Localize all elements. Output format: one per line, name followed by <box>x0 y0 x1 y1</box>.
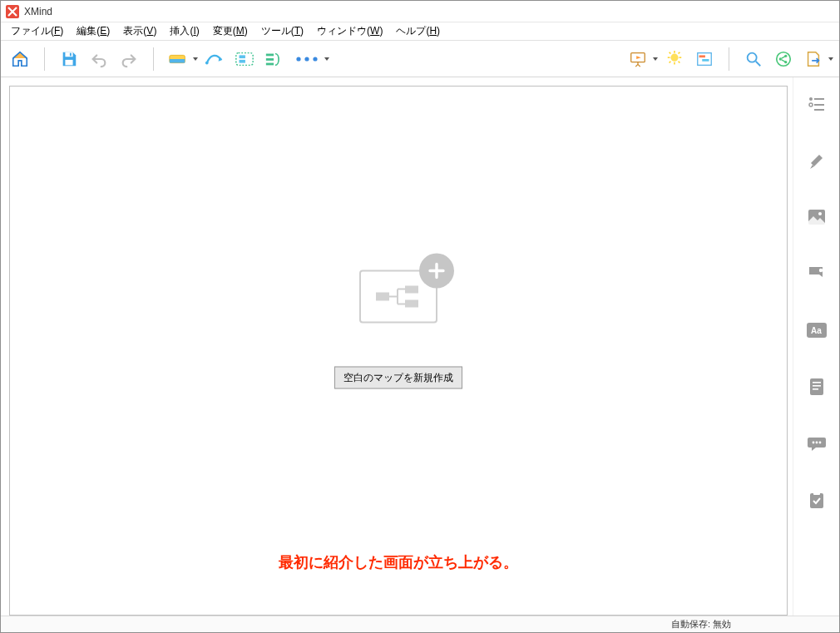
relationship-button[interactable] <box>200 45 229 73</box>
svg-rect-28 <box>702 59 709 62</box>
svg-line-25 <box>670 61 671 62</box>
toolbar <box>1 41 839 77</box>
svg-rect-47 <box>813 382 821 383</box>
svg-rect-41 <box>814 104 824 106</box>
more-button[interactable] <box>290 45 324 73</box>
annotation-text: 最初に紹介した画面が立ち上がる。 <box>279 552 518 572</box>
svg-rect-37 <box>405 300 418 308</box>
svg-rect-2 <box>65 59 72 64</box>
autosave-status: 自動保存: 無効 <box>671 618 731 631</box>
svg-rect-7 <box>236 52 253 65</box>
text-panel-button[interactable]: Aa <box>805 319 828 342</box>
svg-rect-42 <box>814 109 824 111</box>
summary-button[interactable] <box>260 45 289 73</box>
menu-insert[interactable]: 挿入(I) <box>163 22 205 40</box>
boundary-button[interactable] <box>230 45 259 73</box>
toolbar-separator <box>729 47 729 71</box>
topic-button[interactable] <box>164 45 192 73</box>
svg-point-17 <box>670 53 678 61</box>
plus-icon <box>419 254 454 289</box>
toolbar-separator <box>153 47 154 71</box>
window-title: XMind <box>24 6 52 17</box>
svg-rect-27 <box>699 55 705 57</box>
marker-panel-button[interactable] <box>805 262 828 285</box>
svg-line-22 <box>670 52 671 53</box>
svg-point-40 <box>809 103 813 106</box>
svg-point-51 <box>815 442 818 444</box>
right-panel: Aa <box>793 77 839 616</box>
svg-rect-54 <box>813 492 820 495</box>
svg-rect-48 <box>813 385 821 387</box>
menu-tools[interactable]: ツール(T) <box>254 22 310 40</box>
svg-rect-35 <box>376 293 389 301</box>
svg-line-30 <box>756 61 761 66</box>
svg-line-24 <box>679 52 680 53</box>
canvas-area[interactable]: 空白のマップを新規作成 最初に紹介した画面が立ち上がる。 <box>9 86 788 616</box>
svg-point-29 <box>748 52 757 62</box>
menu-bar: ファイル(F) 編集(E) 表示(V) 挿入(I) 変更(M) ツール(T) ウ… <box>1 22 839 41</box>
svg-point-6 <box>205 61 209 64</box>
svg-rect-39 <box>814 98 824 100</box>
search-button[interactable] <box>739 45 768 73</box>
svg-point-38 <box>809 97 813 101</box>
svg-point-52 <box>818 442 821 444</box>
new-map-icon <box>359 270 437 324</box>
outline-panel-button[interactable] <box>805 92 828 116</box>
presentation-button[interactable] <box>624 45 652 73</box>
menu-edit[interactable]: 編集(E) <box>70 22 116 40</box>
notes-panel-button[interactable] <box>805 375 828 398</box>
svg-rect-1 <box>65 52 72 57</box>
svg-point-15 <box>313 57 317 61</box>
status-bar: 自動保存: 無効 <box>1 616 839 632</box>
format-panel-button[interactable] <box>805 149 828 172</box>
svg-rect-49 <box>813 388 818 390</box>
svg-point-14 <box>304 57 309 61</box>
menu-file[interactable]: ファイル(F) <box>4 22 70 40</box>
svg-point-44 <box>818 212 822 215</box>
svg-point-45 <box>818 269 822 272</box>
svg-rect-10 <box>266 53 274 56</box>
menu-modify[interactable]: 変更(M) <box>206 22 254 40</box>
svg-rect-46 <box>810 378 823 395</box>
presentation-dropdown[interactable] <box>652 56 659 62</box>
svg-rect-3 <box>70 52 72 56</box>
menu-window[interactable]: ウィンドウ(W) <box>310 22 389 40</box>
svg-rect-5 <box>170 59 185 63</box>
svg-rect-11 <box>266 58 274 61</box>
svg-point-31 <box>777 52 791 66</box>
comments-panel-button[interactable] <box>805 432 828 455</box>
svg-point-13 <box>296 57 300 61</box>
svg-point-50 <box>812 442 814 444</box>
topic-dropdown[interactable] <box>192 56 199 62</box>
export-dropdown[interactable] <box>828 56 834 62</box>
gantt-button[interactable] <box>690 45 719 73</box>
task-panel-button[interactable] <box>805 488 828 512</box>
brainstorm-button[interactable] <box>660 45 689 73</box>
home-button[interactable] <box>6 45 34 73</box>
svg-rect-9 <box>240 59 245 62</box>
share-button[interactable] <box>769 45 798 73</box>
svg-rect-12 <box>266 62 274 65</box>
export-button[interactable] <box>799 45 828 73</box>
svg-rect-36 <box>405 286 418 294</box>
svg-point-32 <box>779 57 782 60</box>
svg-line-23 <box>679 61 680 62</box>
new-blank-map-button[interactable]: 空白のマップを新規作成 <box>334 367 462 389</box>
more-dropdown[interactable] <box>324 56 330 62</box>
menu-help[interactable]: ヘルプ(H) <box>389 22 447 40</box>
svg-rect-8 <box>240 55 245 58</box>
image-panel-button[interactable] <box>805 205 828 229</box>
menu-view[interactable]: 表示(V) <box>116 22 163 40</box>
undo-button[interactable] <box>85 45 113 73</box>
redo-button[interactable] <box>115 45 143 73</box>
toolbar-separator <box>44 47 45 71</box>
app-icon <box>6 5 19 18</box>
svg-rect-53 <box>810 493 823 508</box>
save-button[interactable] <box>55 45 83 73</box>
